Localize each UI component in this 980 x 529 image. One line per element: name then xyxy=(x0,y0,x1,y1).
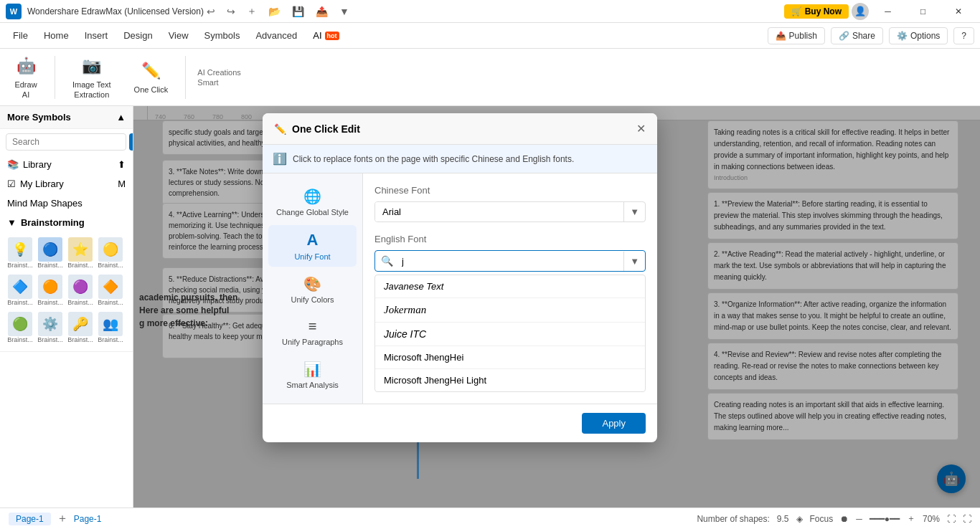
shape-item-11[interactable]: 🔑 Brainst... xyxy=(66,310,95,345)
menu-advanced[interactable]: Advanced xyxy=(248,27,304,44)
shape-thumb-3: ⭐ xyxy=(68,237,93,262)
help-button[interactable]: ? xyxy=(953,27,974,44)
library-icon: 📚 xyxy=(7,159,19,170)
new-button[interactable]: ＋ xyxy=(244,4,260,19)
library-row[interactable]: 📚 Library ⬆ xyxy=(0,155,133,174)
ai-label: AI xyxy=(313,30,321,41)
font-item-ms-jhenghei-light[interactable]: Microsoft JhengHei Light xyxy=(375,369,645,391)
titlebar: W Wondershare EdrawMax (Unlicensed Versi… xyxy=(0,0,980,23)
zoom-in-button[interactable]: ＋ xyxy=(907,513,915,525)
font-item-ms-jhenghei[interactable]: Microsoft JhengHei xyxy=(375,346,645,369)
ai-badge: hot xyxy=(325,32,339,40)
shape-item-5[interactable]: 🔷 Brainst... xyxy=(6,272,34,308)
toolbar-one-click[interactable]: ✏️ One Click xyxy=(128,57,174,97)
page-tab[interactable]: Page-1 xyxy=(9,513,51,525)
english-font-arrow[interactable]: ▼ xyxy=(623,252,645,271)
publish-button[interactable]: 📤 Publish xyxy=(768,27,825,44)
fullscreen-button[interactable]: ⛶ xyxy=(963,514,971,524)
shape-label-7: Brainst... xyxy=(67,299,93,306)
chinese-font-dropdown[interactable]: ▼ xyxy=(374,201,646,222)
shape-thumb-10: ⚙️ xyxy=(38,312,62,336)
toolbar-edraw-ai[interactable]: 🤖 EdrawAI xyxy=(9,52,43,102)
undo-button[interactable]: ↩ xyxy=(204,4,218,19)
one-click-edit-dialog: ✏️ One Click Edit ✕ ℹ️ Click to replace … xyxy=(263,113,657,442)
page-tab-bottom[interactable]: Page-1 xyxy=(74,514,102,524)
mind-map-shapes-header[interactable]: Mind Map Shapes xyxy=(0,194,133,213)
toolbar-image-text[interactable]: 📷 Image TextExtraction xyxy=(67,52,117,102)
panel-unify-colors[interactable]: 🎨 Unify Colors xyxy=(268,270,357,310)
menu-insert[interactable]: Insert xyxy=(77,27,116,44)
shape-label-9: Brainst... xyxy=(7,336,33,343)
user-avatar[interactable]: 👤 xyxy=(852,3,869,20)
shape-item-1[interactable]: 💡 Brainst... xyxy=(6,235,34,271)
panel-smart-analysis[interactable]: 📊 Smart Analysis xyxy=(268,355,357,395)
shape-item-9[interactable]: 🟢 Brainst... xyxy=(6,310,34,345)
panel-change-global-style[interactable]: 🌐 Change Global Style xyxy=(268,182,357,222)
shape-item-6[interactable]: 🟠 Brainst... xyxy=(36,272,65,308)
menu-design[interactable]: Design xyxy=(116,27,159,44)
menu-file[interactable]: File xyxy=(6,27,35,44)
brainstorming-category[interactable]: ▼ Brainstorming xyxy=(0,213,133,232)
redo-button[interactable]: ↪ xyxy=(224,4,238,19)
maximize-button[interactable]: □ xyxy=(907,0,939,23)
font-item-javanese-text[interactable]: Javanese Text xyxy=(375,275,645,298)
apply-button[interactable]: Apply xyxy=(582,413,646,434)
publish-icon: 📤 xyxy=(776,31,786,41)
zoom-out-button[interactable]: ─ xyxy=(856,514,862,524)
fit-to-screen[interactable]: ⛶ xyxy=(947,514,956,524)
buy-now-button[interactable]: 🛒 Buy Now xyxy=(784,4,849,19)
more-button[interactable]: ▼ xyxy=(336,4,352,19)
layers-icon[interactable]: ◈ xyxy=(796,514,803,524)
statusbar: Page-1 ＋ Page-1 Number of shapes: 9.5 ◈ … xyxy=(0,507,980,529)
shape-item-8[interactable]: 🔶 Brainst... xyxy=(96,272,125,308)
save-button[interactable]: 💾 xyxy=(289,4,307,19)
shape-thumb-8: 🔶 xyxy=(98,275,123,299)
font-item-juice-itc[interactable]: Juice ITC xyxy=(375,323,645,346)
panel-unify-paragraphs[interactable]: ≡ Unify Paragraphs xyxy=(268,313,357,352)
dialog-info-text: Click to replace fonts on the page with … xyxy=(293,154,574,164)
chinese-font-arrow[interactable]: ▼ xyxy=(623,202,645,221)
focus-button[interactable]: Focus xyxy=(810,514,834,524)
app-title: Wondershare EdrawMax (Unlicensed Version… xyxy=(27,6,204,16)
menu-ai[interactable]: AI hot xyxy=(306,27,346,44)
dialog-header: ✏️ One Click Edit ✕ xyxy=(263,113,657,145)
menu-home[interactable]: Home xyxy=(37,27,76,44)
shape-thumb-4: 🟡 xyxy=(98,237,123,262)
shape-item-2[interactable]: 🔵 Brainst... xyxy=(36,235,65,271)
canvas-area[interactable]: 740 760 780 800 820 840 860 880 900 920 … xyxy=(133,106,980,507)
my-library-row[interactable]: ☑ My Library M xyxy=(0,174,133,194)
shape-item-10[interactable]: ⚙️ Brainst... xyxy=(36,310,65,345)
share-button[interactable]: 🔗 Share xyxy=(831,27,883,44)
shape-item-3[interactable]: ⭐ Brainst... xyxy=(66,235,95,271)
zoom-slider[interactable]: ━━━●━━ xyxy=(870,514,900,524)
shapes-grid: 💡 Brainst... 🔵 Brainst... ⭐ Brainst... 🟡… xyxy=(0,232,133,348)
english-font-search-input[interactable] xyxy=(399,252,623,271)
library-expand: ⬆ xyxy=(118,159,126,170)
smart-analysis-icon: 📊 xyxy=(303,361,321,378)
font-list-wrapper: Javanese Text Jokerman Juice ITC Microso… xyxy=(374,275,646,392)
more-symbols-header[interactable]: More Symbols ▲ xyxy=(0,106,133,129)
options-button[interactable]: ⚙️ Options xyxy=(889,27,948,44)
zoom-level: 70% xyxy=(923,514,940,524)
my-library-label: My Library xyxy=(20,178,64,189)
chinese-font-input[interactable] xyxy=(375,202,623,221)
dialog-close-button[interactable]: ✕ xyxy=(636,122,646,135)
shape-item-12[interactable]: 👥 Brainst... xyxy=(96,310,125,345)
close-button[interactable]: ✕ xyxy=(942,0,974,23)
open-button[interactable]: 📂 xyxy=(265,4,283,19)
dialog-overlay: ✏️ One Click Edit ✕ ℹ️ Click to replace … xyxy=(133,106,980,507)
shape-item-4[interactable]: 🟡 Brainst... xyxy=(96,235,125,271)
panel-unify-font[interactable]: A Unify Font xyxy=(268,225,357,267)
export-button[interactable]: 📤 xyxy=(313,4,331,19)
add-page-button[interactable]: ＋ xyxy=(57,511,68,526)
shape-thumb-9: 🟢 xyxy=(8,312,32,336)
dialog-title-text: One Click Edit xyxy=(292,123,360,135)
menu-view[interactable]: View xyxy=(161,27,196,44)
shape-item-7[interactable]: 🟣 Brainst... xyxy=(66,272,95,308)
record-icon[interactable]: ⏺ xyxy=(840,514,849,524)
shape-label-8: Brainst... xyxy=(98,299,123,306)
search-input[interactable] xyxy=(6,133,126,151)
font-item-jokerman[interactable]: Jokerman xyxy=(375,298,645,323)
menu-symbols[interactable]: Symbols xyxy=(197,27,248,44)
minimize-button[interactable]: ─ xyxy=(872,0,904,23)
